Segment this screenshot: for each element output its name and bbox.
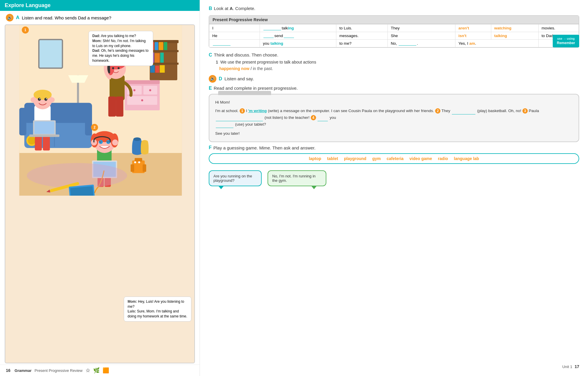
svg-point-57 <box>34 90 51 100</box>
svg-point-89 <box>138 161 140 163</box>
word-radio: radio <box>438 156 448 161</box>
section-c-content: 1 We use the present progressive to talk… <box>209 59 579 72</box>
word-gym: gym <box>372 156 381 161</box>
svg-rect-40 <box>85 108 92 135</box>
word-laptop: laptop <box>309 156 321 161</box>
puzzle-icon: 🟧 <box>103 367 109 374</box>
use-arrow-text: use → using <box>557 37 575 40</box>
svg-rect-12 <box>155 53 160 63</box>
blank-send <box>284 38 294 38</box>
section-a-label: A <box>16 15 19 21</box>
num-badge-3: 3 <box>522 108 528 114</box>
svg-rect-17 <box>39 40 62 68</box>
svg-point-50 <box>112 67 114 69</box>
page-number-right: 17 <box>574 364 579 369</box>
writing-underline: 'm writing <box>248 109 267 113</box>
blank-3a <box>213 45 230 46</box>
blank-play <box>452 114 475 114</box>
happening-now-option[interactable]: happening now <box>219 66 250 71</box>
grammar-sublabel: Present Progressive Review <box>34 368 82 373</box>
table-row: you talking to me? No, . Yes, I am. <box>209 40 579 47</box>
section-b-label: B <box>209 6 212 11</box>
blank-use <box>216 128 233 128</box>
header-bar: Explore Language <box>0 0 200 11</box>
svg-point-80 <box>100 141 101 142</box>
grammar-table-title: Present Progressive Review <box>209 16 579 24</box>
word-cafeteria: cafeteria <box>387 156 404 161</box>
svg-text:1: 1 <box>24 28 26 32</box>
svg-point-59 <box>50 97 55 102</box>
blank-are <box>318 121 328 121</box>
cell-r2c5: isn't <box>455 32 491 40</box>
cell-r1c4: They <box>388 24 455 32</box>
svg-rect-10 <box>164 42 167 50</box>
question-bubble: Are you running on the playground? <box>209 170 262 186</box>
svg-point-31 <box>149 89 151 91</box>
section-f-header: F Play a guessing game. Mime. Then ask a… <box>209 145 579 150</box>
right-page: B Look at A. Complete. Present Progressi… <box>200 0 588 376</box>
dad-text-2: Oh, he's sending messages to me. He says… <box>92 49 148 63</box>
star-icon: ☆ <box>86 367 90 374</box>
svg-point-60 <box>38 98 41 101</box>
svg-point-32 <box>141 99 143 101</box>
use-hint: (use) your tablet? <box>235 122 266 127</box>
grammar-label: Grammar <box>15 368 32 373</box>
not-listen-hint: (not listen) to the teacher! <box>265 115 311 120</box>
svg-point-43 <box>28 137 36 144</box>
speech-bubbles-row: Are you running on the playground? No, I… <box>209 170 579 186</box>
svg-rect-39 <box>19 108 26 135</box>
luis-label-1: Luis: <box>128 309 136 313</box>
svg-point-58 <box>31 97 36 102</box>
section-c-text: We use the present progressive to talk a… <box>220 60 316 64</box>
section-b-instruction: Look at A. Complete. <box>214 6 255 11</box>
answer-text: No, I'm not. I'm running in the gym. <box>272 174 315 183</box>
dad-text-1: Are you talking to me? <box>101 34 136 38</box>
section-f-instruction: Play a guessing game. Mime. Then ask and… <box>213 145 315 150</box>
word-playground: playground <box>344 156 366 161</box>
cell-r1c2: talking <box>260 24 336 32</box>
num-badge-1: 1 <box>240 108 245 114</box>
left-bottom-bar: 16 Grammar Present Progressive Review ☆ … <box>0 365 200 376</box>
blank-no <box>399 45 416 46</box>
section-e-instruction: Read and complete in present progressive… <box>214 86 298 91</box>
word-bank: laptop tablet playground gym cafeteria v… <box>209 153 579 164</box>
cell-r1c3: to Luis. <box>336 24 388 32</box>
blank-notlisten <box>216 121 263 121</box>
cell-r3c2: you talking <box>260 40 336 47</box>
section-b-header: B Look at A. Complete. <box>209 6 579 11</box>
you-text: you <box>330 115 336 120</box>
svg-rect-65 <box>34 122 54 134</box>
num-badge-4: 4 <box>311 115 316 120</box>
im-writing: I <box>246 109 247 113</box>
remember-badge: use → using Remember <box>553 35 579 47</box>
svg-point-88 <box>134 161 136 163</box>
num-badge-2: 2 <box>435 108 440 114</box>
slash-separator: / <box>250 66 253 71</box>
dialogue-box-1: Dad: Are you talking to me? Mom: Shh! No… <box>88 31 153 66</box>
cell-r2c6: talking <box>491 32 538 40</box>
left-page: Explore Language 🔊 A Listen and read. Wh… <box>0 0 200 376</box>
svg-point-81 <box>107 141 108 142</box>
play-hint: (play) basketball. Oh, no! <box>477 109 522 113</box>
section-c-instruction: Think and discuss. Then choose. <box>214 52 278 57</box>
blank-2 <box>263 38 274 38</box>
word-tablet: tablet <box>327 156 338 161</box>
page-number-left: 16 <box>6 368 11 373</box>
paula-text: Paula <box>529 109 539 113</box>
mom-label-2: Mom: <box>128 300 137 304</box>
word-video-game: video game <box>410 156 432 161</box>
in-the-past-option[interactable]: in the past. <box>253 66 273 71</box>
audio-icon-a[interactable]: 🔊 <box>6 14 14 21</box>
cell-r3c3: to me? <box>336 40 388 47</box>
svg-rect-14 <box>150 65 155 73</box>
section-c-label: C <box>209 52 212 58</box>
they-text: They <box>441 109 451 113</box>
cell-r1c7: movies. <box>539 24 579 32</box>
right-bottom-bar: Unit 1 17 <box>209 363 579 370</box>
answer-bubble: No, I'm not. I'm running in the gym. <box>268 170 326 186</box>
svg-rect-66 <box>29 134 59 137</box>
email-signoff: See you later! <box>215 130 573 137</box>
svg-point-61 <box>44 98 47 101</box>
audio-icon-d[interactable]: 🔊 <box>209 75 216 83</box>
svg-point-20 <box>133 137 141 141</box>
